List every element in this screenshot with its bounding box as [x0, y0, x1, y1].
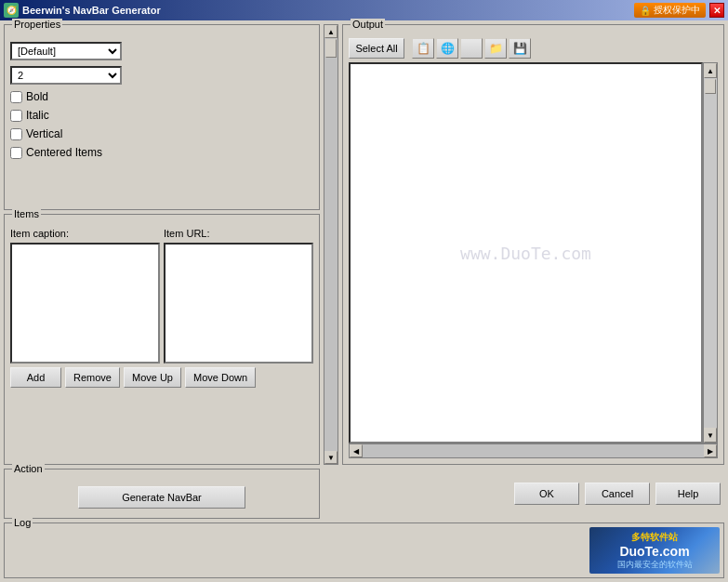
watermark: www.DuoTe.com: [460, 244, 591, 263]
output-v-scrollbar[interactable]: ▲ ▼: [703, 62, 718, 443]
web-icon-button[interactable]: 🌐: [436, 38, 458, 59]
app-icon: 🧭: [4, 3, 19, 18]
save-icon: 💾: [513, 42, 527, 55]
select-all-button[interactable]: Select All: [349, 38, 404, 59]
output-scroll-down[interactable]: ▼: [704, 428, 717, 443]
items-buttons-row: Add Remove Move Up Move Down: [10, 367, 313, 388]
output-scroll-track[interactable]: [704, 78, 717, 428]
italic-checkbox-label[interactable]: Italic: [10, 109, 49, 122]
left-v-scrollbar[interactable]: ▲ ▼: [324, 24, 338, 465]
scroll-thumb[interactable]: [325, 39, 337, 58]
folder-icon: 📁: [489, 42, 503, 55]
content-area: Properties [Default]Style1Style2 1234 Bo…: [4, 24, 724, 465]
action-group: Action Generate NavBar: [4, 469, 320, 519]
items-label: Items: [12, 208, 41, 219]
move-up-button[interactable]: Move Up: [124, 367, 181, 388]
vertical-checkbox[interactable]: [10, 128, 22, 140]
items-content: Item caption: Item URL: Add Remove Move …: [10, 228, 313, 388]
italic-checkbox[interactable]: [10, 110, 22, 122]
left-panel: Properties [Default]Style1Style2 1234 Bo…: [4, 24, 320, 465]
output-h-scroll-right[interactable]: ▶: [704, 444, 717, 457]
output-group: Output Select All 📋 🌐 📁: [342, 24, 724, 465]
centered-checkbox[interactable]: [10, 147, 22, 159]
log-label: Log: [12, 517, 33, 528]
auth-badge: 🔒 授权保护中: [634, 3, 706, 18]
caption-header: Item caption:: [10, 228, 160, 239]
vertical-checkbox-label[interactable]: Vertical: [10, 127, 62, 140]
log-group: Log 多特软件站 DuoTe.com 国内最安全的软件站: [4, 522, 724, 578]
ok-button[interactable]: OK: [514, 483, 579, 505]
caption-listbox[interactable]: [10, 243, 160, 364]
output-toolbar: Select All 📋 🌐 📁 💾: [349, 38, 718, 62]
centered-checkbox-label[interactable]: Centered Items: [10, 146, 102, 159]
centered-row: Centered Items: [10, 146, 313, 159]
italic-row: Italic: [10, 109, 313, 122]
help-button[interactable]: Help: [655, 483, 721, 505]
centered-label: Centered Items: [26, 146, 102, 159]
action-content: Generate NavBar: [10, 483, 313, 512]
bottom-logo: 多特软件站 DuoTe.com 国内最安全的软件站: [589, 527, 720, 574]
blank-icon: [470, 42, 472, 55]
items-lists-row: [10, 243, 313, 364]
properties-group: Properties [Default]Style1Style2 1234 Bo…: [4, 24, 320, 210]
bold-row: Bold: [10, 90, 313, 103]
bold-checkbox[interactable]: [10, 91, 22, 103]
cancel-button[interactable]: Cancel: [585, 483, 650, 505]
copy-icon-button[interactable]: 📋: [412, 38, 434, 59]
output-wrapper: www.DuoTe.com ▲ ▼ ◀ ▶: [349, 62, 718, 458]
title-bar-right: 🔒 授权保护中 ✕: [634, 3, 724, 18]
logo-main-text: DuoTe.com: [619, 544, 689, 559]
output-scroll-thumb[interactable]: [705, 79, 716, 94]
folder-icon-button[interactable]: 📁: [484, 38, 507, 59]
scroll-track[interactable]: [324, 38, 338, 451]
generate-button[interactable]: Generate NavBar: [78, 486, 245, 509]
style-dropdown[interactable]: [Default]Style1Style2: [10, 42, 122, 60]
items-header-row: Item caption: Item URL:: [10, 228, 313, 239]
properties-label: Properties: [12, 19, 62, 30]
output-scroll-up[interactable]: ▲: [704, 63, 717, 78]
web-icon: 🌐: [441, 42, 455, 55]
vertical-row: Vertical: [10, 127, 313, 140]
url-header: Item URL:: [164, 228, 313, 239]
size-row: 1234: [10, 66, 313, 85]
close-button[interactable]: ✕: [709, 3, 724, 18]
output-label: Output: [351, 19, 385, 30]
move-down-button[interactable]: Move Down: [185, 367, 256, 388]
bold-label: Bold: [26, 90, 48, 103]
output-h-scroll-left[interactable]: ◀: [350, 444, 363, 457]
bold-checkbox-label[interactable]: Bold: [10, 90, 48, 103]
title-bar-left: 🧭 Beerwin's NavBar Generator: [4, 3, 161, 18]
bottom-right-buttons: OK Cancel Help: [324, 469, 724, 519]
vertical-label: Vertical: [26, 127, 62, 140]
copy-icon: 📋: [417, 42, 430, 55]
add-button[interactable]: Add: [10, 367, 61, 388]
right-panel: Output Select All 📋 🌐 📁: [342, 24, 724, 465]
logo-sub-text: 国内最安全的软件站: [617, 559, 693, 571]
window-title: Beerwin's NavBar Generator: [22, 5, 161, 16]
save-icon-button[interactable]: 💾: [509, 38, 531, 59]
bottom-area: Action Generate NavBar OK Cancel Help: [4, 469, 724, 519]
properties-content: [Default]Style1Style2 1234 Bold: [10, 38, 313, 159]
scroll-down-btn[interactable]: ▼: [324, 451, 338, 464]
action-label: Action: [12, 463, 45, 474]
main-window: Properties [Default]Style1Style2 1234 Bo…: [0, 20, 728, 582]
url-listbox[interactable]: [164, 243, 313, 364]
output-h-scroll-track[interactable]: [363, 444, 704, 457]
italic-label: Italic: [26, 109, 49, 122]
blank-icon-button[interactable]: [460, 38, 483, 59]
scroll-up-btn[interactable]: ▲: [324, 25, 338, 38]
output-text-area[interactable]: www.DuoTe.com: [349, 62, 703, 443]
remove-button[interactable]: Remove: [65, 367, 120, 388]
style-row: [Default]Style1Style2: [10, 42, 313, 60]
output-main: www.DuoTe.com ▲ ▼: [349, 62, 718, 443]
items-group: Items Item caption: Item URL: Add Remove…: [4, 214, 320, 465]
logo-top-text: 多特软件站: [631, 531, 678, 544]
output-h-scrollbar[interactable]: ◀ ▶: [349, 443, 718, 458]
title-bar: 🧭 Beerwin's NavBar Generator 🔒 授权保护中 ✕: [0, 0, 728, 20]
size-dropdown[interactable]: 1234: [10, 66, 122, 85]
